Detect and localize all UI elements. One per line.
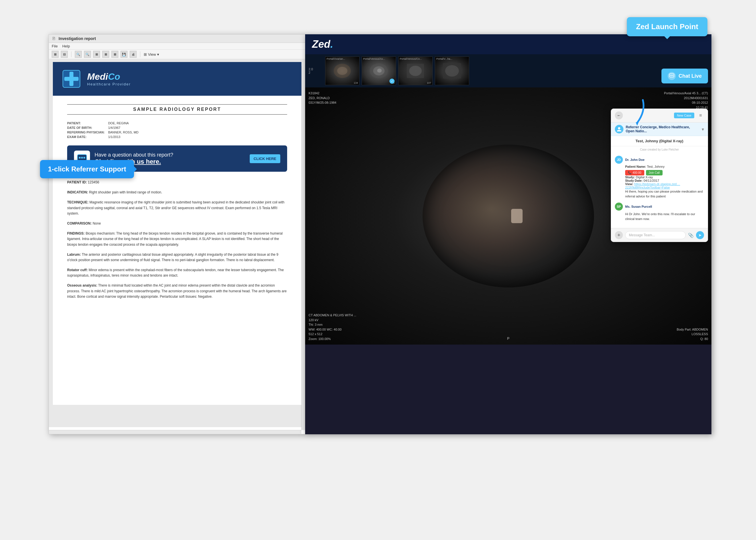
vertical-scrollbar[interactable] — [302, 66, 306, 430]
svg-point-15 — [409, 66, 422, 76]
concierge-info: Referrer Concierge, Medico Healthcare, O… — [626, 125, 699, 133]
chat-input-placeholder: Message Team... — [629, 233, 655, 237]
medico-logo-text: MediCo Healthcare Provider — [87, 71, 131, 86]
findings-value: Biceps mechanism: The long head of the b… — [67, 231, 283, 246]
chat-patient-label: Test, Johnny (Digital X-ray) — [611, 136, 708, 146]
thumbnail-4[interactable]: Portal/V...ha... — [435, 57, 469, 85]
toolbar-zoom-out[interactable]: 🔍 — [84, 51, 91, 58]
svg-rect-6 — [79, 157, 80, 159]
msg-avatar-2: SP — [615, 202, 623, 210]
overlay-bl-label: CT ABDOMEN & PELVIS WITH ... — [309, 313, 356, 318]
msg-field-study-date: Study Date: 04/11/2017 — [625, 179, 704, 182]
medico-header: MediCo Healthcare Provider — [53, 62, 302, 96]
zed-pacs-viewer: Zed. 2.0 2 Portal/Ovarian... 134 Por — [305, 34, 711, 434]
report-technique: TECHNIQUE: Magnetic resonance imaging of… — [67, 200, 287, 216]
horizontal-scrollbar[interactable] — [49, 430, 302, 434]
comparison-value: None — [92, 221, 101, 225]
chat-menu-button[interactable]: ≡ — [697, 112, 704, 119]
patient-label: PATIENT: — [67, 121, 105, 125]
zed-logo-dot: . — [330, 38, 333, 50]
decline-call-label: 400:00 — [633, 171, 641, 174]
svg-point-21 — [672, 75, 673, 76]
patient-value: DOE, REGINA — [108, 121, 287, 125]
toolbar-btn-3[interactable]: ⊞ — [93, 51, 100, 58]
concierge-name: Referrer Concierge, Medico Healthcare, O… — [626, 125, 699, 133]
svg-point-19 — [670, 75, 671, 76]
overlay-br-q: Q: 80 — [677, 337, 708, 341]
report-rotator-cuff: Rotator cuff: Minor edema is present wit… — [67, 267, 287, 278]
thumbnail-1-label: Portal/Ovarian... — [326, 58, 345, 60]
chat-banner-click[interactable]: CLICK HERE — [250, 154, 280, 163]
zed-logo: Zed. — [312, 38, 333, 50]
menu-file[interactable]: File — [52, 44, 58, 48]
toolbar-btn-5[interactable]: ⊞ — [111, 51, 118, 58]
thumbnail-2[interactable]: Portal/Venous/Ax... 93 ✓ — [362, 57, 396, 85]
chat-send-button[interactable]: ➤ — [696, 231, 704, 239]
toolbar-btn-4[interactable]: ⊞ — [102, 51, 109, 58]
chat-add-button[interactable]: + — [615, 231, 623, 239]
svg-point-20 — [671, 75, 672, 76]
toolbar-btn-7[interactable]: 🖨 — [130, 51, 137, 58]
chat-live-label: Chat Live — [679, 73, 702, 79]
zed-launch-callout-label: Zed Launch Point — [636, 22, 698, 31]
report-title: SAMPLE RADIOLOGY REPORT — [67, 104, 287, 115]
svg-point-23 — [618, 127, 620, 129]
chat-attach-button[interactable]: 📎 — [688, 232, 694, 238]
view-link[interactable]: https://tedzpam-dr-staging.zed.... — [634, 182, 680, 186]
osseous-value: There is minimal fluid located within th… — [67, 283, 287, 298]
toolbar-zoom-in[interactable]: 🔍 — [75, 51, 82, 58]
technique-label: TECHNIQUE: — [67, 200, 88, 204]
decline-call-button[interactable]: 📞 400:00 — [625, 170, 644, 176]
comparison-label: COMPARISON: — [67, 221, 92, 225]
view-link2[interactable]: 222f/9d8f#includeToolbar=False — [625, 186, 670, 189]
svg-rect-8 — [83, 157, 85, 159]
chat-input-bar: + Message Team... 📎 ➤ — [611, 228, 708, 242]
view-dropdown-icon: ▾ — [157, 52, 159, 57]
new-case-button[interactable]: New Case — [674, 113, 694, 118]
chat-live-icon — [668, 72, 676, 80]
series-label-1: 2.0 — [309, 68, 323, 71]
toolbar-btn-6[interactable]: 💾 — [121, 51, 127, 58]
referring-value: BANNER, ROSS, MD — [108, 131, 287, 134]
msg-avatar-1: JD — [615, 156, 623, 164]
referrer-support-label: 1-click Referrer Support — [48, 165, 126, 173]
window-title-text: Investigation report — [59, 36, 96, 41]
chat-back-button[interactable]: ← — [615, 111, 623, 119]
concierge-expand-button[interactable]: ▾ — [702, 127, 704, 132]
window-menubar: File Help — [49, 43, 306, 50]
chat-panel-header: ← New Case ≡ — [611, 109, 708, 123]
thumbnail-3-count: 107 — [427, 81, 431, 84]
zed-header: Zed. — [305, 34, 711, 54]
chat-message-2: SP Ms. Susan Purcell Hi Dr John. We're o… — [615, 202, 704, 221]
report-content: MediCo Healthcare Provider SAMPLE RADIOL… — [49, 59, 306, 427]
menu-help[interactable]: Help — [62, 44, 70, 48]
msg-sender-name-1: Dr. John Doe — [625, 158, 645, 161]
chat-message-1: JD Dr. John Doe Patient Name: Test, John… — [615, 156, 704, 199]
msg-content-2: Hi Dr John. We're onto this now. I'll es… — [625, 212, 704, 221]
technique-value: Magnetic resonance imaging of the right … — [67, 200, 284, 215]
chat-panel: ← New Case ≡ Referrer Concierge, Medico … — [611, 109, 708, 242]
viewer-overlay-tl: K31842 ZED, RONALD 031Y/M/25-08-1984 — [309, 91, 336, 105]
toolbar-view-btn[interactable]: ⊞ View ▾ — [144, 52, 159, 57]
blue-arrow — [626, 97, 649, 126]
chat-live-button[interactable]: Chat Live — [662, 68, 708, 83]
chat-input[interactable]: Message Team... — [625, 231, 686, 239]
dob-label: DATE OF BIRTH: — [67, 126, 105, 129]
svg-point-10 — [337, 67, 347, 75]
zed-logo-text: Zed — [312, 38, 330, 50]
ct-body-scan — [423, 145, 594, 287]
report-patient-id: PATIENT ID: 123456 — [67, 180, 287, 185]
toolbar-btn-2[interactable]: ⊟ — [61, 51, 68, 58]
thumbnail-3[interactable]: Portal/Venous/Co... 107 — [398, 57, 433, 85]
msg-field-patient: Patient Name: Test, Johnny — [625, 165, 704, 168]
toolbar-btn-1[interactable]: ⊞ — [52, 51, 59, 58]
case-created-message: Case created by Luke Fletcher — [611, 146, 708, 153]
overlay-br-lossless: LOSSLESS — [677, 332, 708, 337]
checkmark-badge: ✓ — [389, 78, 395, 84]
thumbnail-1[interactable]: Portal/Ovarian... 134 — [325, 57, 359, 85]
call-actions: 📞 400:00 Join Call — [625, 170, 704, 176]
svg-point-13 — [377, 68, 382, 72]
overlay-bl-ww: WW: 400.00 WC: 40.00 — [309, 327, 356, 332]
join-call-button[interactable]: Join Call — [646, 170, 663, 176]
report-indication: INDICATION: Right shoulder pain with lim… — [67, 190, 287, 195]
